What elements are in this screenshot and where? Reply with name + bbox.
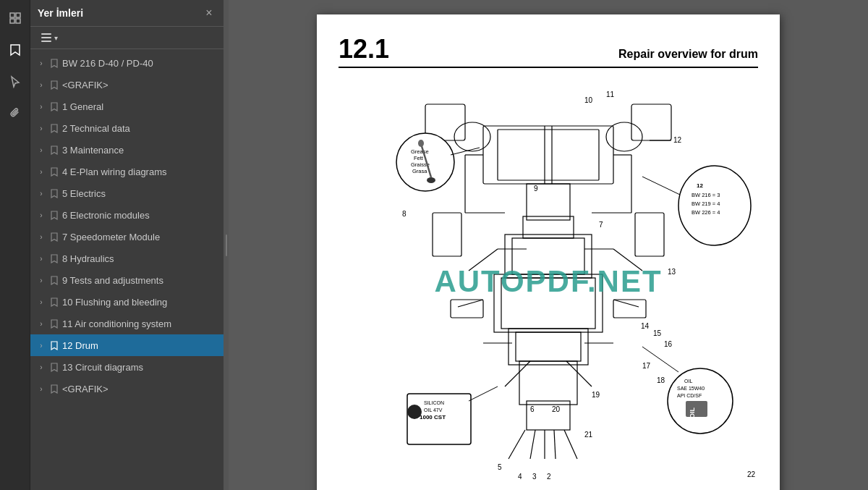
sidebar-item-label: 1 General (62, 101, 218, 112)
sidebar-item-13circuit[interactable]: ›13 Circuit diagrams (30, 356, 224, 378)
bookmark-icon (49, 101, 59, 111)
bookmarks-icon[interactable] (4, 39, 26, 61)
sidebar-item-4eplan[interactable]: ›4 E-Plan wiring diagrams (30, 161, 224, 182)
tree-arrow-icon: › (36, 58, 46, 68)
watermark-text: AUTOPDF.NET (434, 264, 662, 299)
svg-rect-44 (613, 300, 646, 318)
bookmark-icon (49, 340, 59, 350)
label-7: 7 (599, 221, 603, 229)
sidebar-panel: Yer İmleri × ▾ ›BW 216 D-40 / PD-40›<GRA… (30, 0, 224, 490)
sidebar-item-1general[interactable]: ›1 General (30, 96, 224, 117)
svg-rect-22 (631, 104, 671, 140)
label-21: 21 (584, 431, 593, 439)
label-22: 22 (747, 470, 756, 478)
label-6: 6 (530, 405, 535, 413)
svg-line-79 (642, 177, 680, 195)
icon-bar (0, 0, 30, 490)
svg-text:Fett: Fett (414, 155, 424, 161)
sidebar-close-button[interactable]: × (202, 6, 216, 20)
bookmark-icon (49, 297, 59, 307)
svg-text:BW 216 = 3: BW 216 = 3 (692, 192, 720, 198)
sidebar-item-label: 13 Circuit diagrams (62, 362, 218, 373)
svg-text:SILICON: SILICON (424, 400, 444, 405)
sidebar-item-9tests[interactable]: ›9 Tests and adjustments (30, 269, 224, 291)
label-3: 3 (532, 473, 537, 481)
document-page: 12.1 Repair overview for drum AUTOPDF.NE… (317, 14, 780, 490)
label-11: 11 (606, 90, 615, 98)
tree-arrow-icon: › (36, 123, 46, 133)
sidebar-item-5electrics[interactable]: ›5 Electrics (30, 182, 224, 204)
sidebar-item-3maintenance[interactable]: ›3 Maintenance (30, 139, 224, 161)
tree-arrow-icon: › (36, 188, 46, 198)
label-20: 20 (552, 405, 561, 413)
sidebar-item-label: <GRAFIK> (62, 384, 218, 394)
sidebar-item-6electronic[interactable]: ›6 Electronic modules (30, 204, 224, 226)
tree-arrow-icon: › (36, 232, 46, 242)
tree-arrow-icon: › (36, 384, 46, 394)
label-18: 18 (657, 376, 665, 384)
tree-arrow-icon: › (36, 340, 46, 350)
sidebar-item-7speedometer[interactable]: ›7 Speedometer Module (30, 226, 224, 248)
bookmark-icon (49, 166, 59, 177)
sidebar-item-bw216[interactable]: ›BW 216 D-40 / PD-40 (30, 52, 224, 74)
svg-text:12: 12 (673, 136, 682, 144)
svg-line-49 (564, 430, 577, 459)
svg-rect-9 (527, 184, 570, 220)
svg-rect-16 (516, 332, 581, 361)
svg-text:1000 CST: 1000 CST (420, 414, 446, 421)
bookmark-icon (49, 384, 59, 394)
document-diagram: AUTOPDF.NET (339, 79, 758, 484)
bookmark-icon (49, 253, 59, 263)
svg-rect-43 (451, 300, 483, 318)
sidebar-item-grafik1[interactable]: ›<GRAFIK> (30, 74, 224, 96)
bookmark-icon (49, 275, 59, 285)
sidebar-item-label: 6 Electronic modules (62, 210, 218, 221)
paperclip-icon[interactable] (4, 103, 26, 124)
tree-arrow-icon: › (36, 101, 46, 111)
pages-icon[interactable] (4, 7, 26, 29)
sidebar-item-12drum[interactable]: ›12 Drum (30, 334, 224, 356)
svg-text:OIL: OIL (684, 379, 692, 384)
sidebar-header: Yer İmleri × (30, 0, 224, 27)
sidebar-item-8hydraulics[interactable]: ›8 Hydraulics (30, 248, 224, 269)
sidebar-item-label: BW 216 D-40 / PD-40 (62, 58, 218, 69)
label-10: 10 (584, 96, 593, 104)
resize-handle[interactable] (224, 0, 229, 490)
svg-text:API CD/SF: API CD/SF (677, 393, 702, 398)
label-19: 19 (592, 391, 600, 399)
sidebar-item-10flushing[interactable]: ›10 Flushing and bleeding (30, 291, 224, 313)
label-4: 4 (518, 473, 522, 481)
label-5: 5 (498, 463, 502, 471)
sidebar-item-label: <GRAFIK> (62, 80, 218, 90)
svg-rect-2 (10, 19, 14, 23)
tree-arrow-icon: › (36, 362, 46, 372)
svg-line-45 (509, 430, 525, 459)
tree-arrow-icon: › (36, 318, 46, 329)
svg-rect-17 (519, 361, 577, 405)
sidebar-items-list: ›BW 216 D-40 / PD-40›<GRAFIK>›1 General›… (30, 49, 224, 490)
main-content: 12.1 Repair overview for drum AUTOPDF.NE… (229, 0, 868, 490)
expand-collapse-button[interactable]: ▾ (38, 31, 61, 44)
svg-rect-4 (41, 33, 51, 35)
svg-rect-6 (41, 41, 51, 42)
dropdown-arrow-icon: ▾ (54, 34, 58, 42)
sidebar-item-label: 12 Drum (62, 340, 218, 351)
sidebar-item-grafik2[interactable]: ›<GRAFIK> (30, 378, 224, 400)
tree-arrow-icon: › (36, 275, 46, 285)
sidebar-item-2techdata[interactable]: ›2 Technical data (30, 117, 224, 139)
cursor-icon[interactable] (4, 71, 26, 93)
section-number: 12.1 (339, 36, 389, 62)
svg-rect-15 (509, 329, 588, 365)
label-17: 17 (642, 362, 651, 370)
sidebar-item-11aircon[interactable]: ›11 Air conditioning system (30, 313, 224, 334)
sidebar-item-label: 8 Hydraulics (62, 253, 218, 264)
svg-rect-40 (635, 213, 664, 256)
sidebar-item-label: 11 Air conditioning system (62, 318, 218, 329)
tree-arrow-icon: › (36, 253, 46, 263)
sidebar-item-label: 4 E-Plan wiring diagrams (62, 166, 218, 177)
label-8: 8 (402, 210, 407, 218)
sidebar-toolbar: ▾ (30, 27, 224, 49)
sidebar-item-label: 2 Technical data (62, 123, 218, 134)
svg-rect-0 (10, 13, 14, 17)
svg-rect-5 (41, 37, 51, 38)
